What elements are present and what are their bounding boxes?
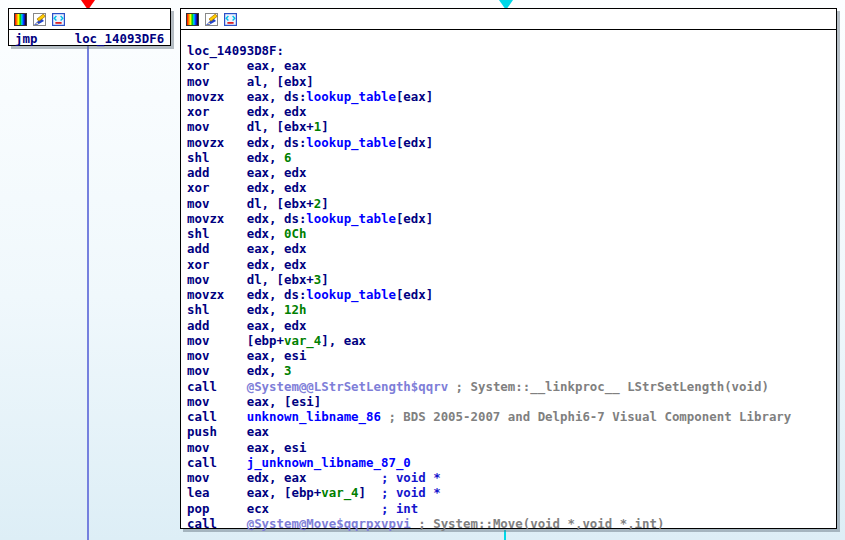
code-line[interactable]: xor edx, edx <box>187 104 836 119</box>
graph-node-loc-14093D8F[interactable]: loc_14093D8F:xor eax, eaxmov al, [ebx]mo… <box>180 8 837 529</box>
code-line[interactable]: add eax, edx <box>187 241 836 256</box>
graph-canvas[interactable]: jmp loc_14093DF6 loc_14093D8F:xor eax, e… <box>0 0 845 540</box>
code-line[interactable]: mov eax, [esi] <box>187 394 836 409</box>
edit-node-icon[interactable] <box>33 13 46 26</box>
edit-node-icon[interactable] <box>205 13 218 26</box>
code-line[interactable]: shl edx, 6 <box>187 150 836 165</box>
code-line[interactable]: call @System@Move$qqrpxvpvi ; System::Mo… <box>187 516 836 531</box>
code-line[interactable]: xor edx, edx <box>187 257 836 272</box>
code-line[interactable]: mov dl, [ebx+1] <box>187 119 836 134</box>
code-line[interactable]: mov edx, 3 <box>187 363 836 378</box>
code-line[interactable]: call @System@@LStrSetLength$qqrv ; Syste… <box>187 379 836 394</box>
code-line[interactable]: mov [ebp+var_4], eax <box>187 333 836 348</box>
node-title-bar[interactable] <box>181 9 836 30</box>
code-line[interactable]: mov edx, eax ; void * <box>187 470 836 485</box>
code-line[interactable]: mov eax, esi <box>187 440 836 455</box>
code-line[interactable]: add eax, edx <box>187 318 836 333</box>
code-line[interactable]: mov dl, [ebx+3] <box>187 272 836 287</box>
code-line[interactable]: lea eax, [ebp+var_4] ; void * <box>187 485 836 500</box>
node-title-bar[interactable] <box>9 9 170 30</box>
code-line[interactable]: mov dl, [ebx+2] <box>187 196 836 211</box>
edge-block-outgoing <box>504 530 506 540</box>
code-line[interactable]: movzx edx, ds:lookup_table[edx] <box>187 135 836 150</box>
code-line[interactable]: xor eax, eax <box>187 58 836 73</box>
code-line[interactable]: loc_14093D8F: <box>187 43 836 58</box>
code-line[interactable]: movzx eax, ds:lookup_table[eax] <box>187 89 836 104</box>
code-line[interactable]: call unknown_libname_86 ; BDS 2005-2007 … <box>187 409 836 424</box>
code-line[interactable]: push eax <box>187 424 836 439</box>
code-line[interactable]: pop ecx ; int <box>187 501 836 516</box>
edge-jmp-outgoing <box>87 46 89 540</box>
graph-node-jmp[interactable]: jmp loc_14093DF6 <box>8 8 171 46</box>
group-nodes-icon[interactable] <box>52 13 65 26</box>
code-line[interactable]: movzx edx, ds:lookup_table[edx] <box>187 211 836 226</box>
set-node-color-icon[interactable] <box>14 13 27 26</box>
set-node-color-icon[interactable] <box>186 13 199 26</box>
code-line[interactable]: mov eax, esi <box>187 348 836 363</box>
code-line[interactable]: movzx edx, ds:lookup_table[edx] <box>187 287 836 302</box>
code-line[interactable]: add eax, edx <box>187 165 836 180</box>
code-line[interactable]: xor edx, edx <box>187 180 836 195</box>
code-line[interactable]: shl edx, 12h <box>187 302 836 317</box>
code-line[interactable]: shl edx, 0Ch <box>187 226 836 241</box>
disassembly-lines[interactable]: jmp loc_14093DF6 <box>9 30 170 46</box>
group-nodes-icon[interactable] <box>224 13 237 26</box>
code-line[interactable]: call j_unknown_libname_87_0 <box>187 455 836 470</box>
disassembly-lines[interactable]: loc_14093D8F:xor eax, eaxmov al, [ebx]mo… <box>181 30 836 531</box>
code-line[interactable]: jmp loc_14093DF6 <box>15 31 170 46</box>
code-line[interactable]: mov al, [ebx] <box>187 74 836 89</box>
